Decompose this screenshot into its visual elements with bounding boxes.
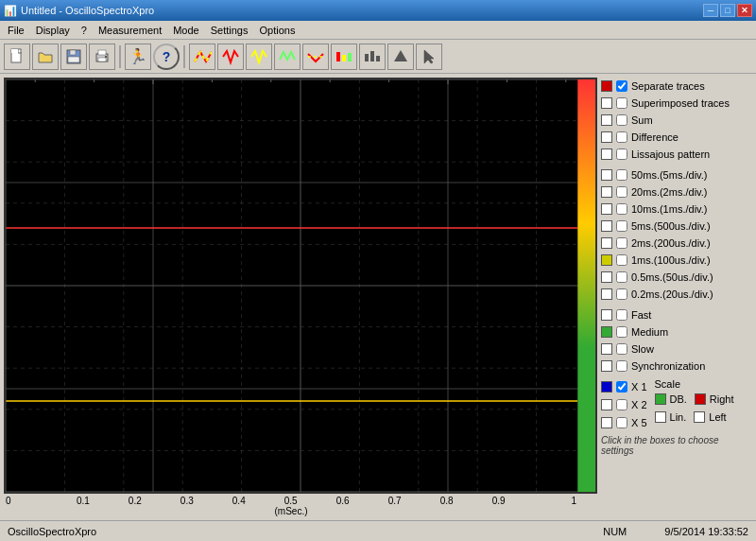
t02ms-label: 0.2ms.(20us./div.)	[631, 287, 713, 302]
toolbar-help[interactable]: ?	[153, 44, 180, 70]
toolbar-open[interactable]	[32, 44, 59, 70]
toolbar-trace5[interactable]	[302, 44, 329, 70]
scope-svg	[6, 79, 595, 492]
toolbar-bars[interactable]	[359, 44, 386, 70]
left-label: Left	[709, 410, 726, 425]
x1-option[interactable]: X 1	[601, 378, 647, 395]
t02ms-checkbox[interactable]	[616, 288, 627, 300]
medium-checkbox[interactable]	[616, 326, 627, 338]
x-label-4: 0.4	[213, 496, 265, 506]
t50ms-checkbox[interactable]	[616, 169, 627, 181]
t5ms-color	[601, 220, 612, 232]
svg-rect-15	[376, 56, 380, 61]
separate-color	[601, 80, 612, 92]
main-content: 0 0.1 0.2 0.3 0.4 0.5 0.6 0.7 0.8 0.9 1 …	[0, 74, 756, 520]
toolbar-trace4[interactable]	[274, 44, 301, 70]
x5-checkbox[interactable]	[616, 417, 627, 428]
toolbar-save[interactable]	[60, 44, 87, 70]
svg-rect-11	[342, 55, 346, 61]
menu-question[interactable]: ?	[76, 23, 93, 38]
x-label-5: 0.5	[265, 496, 317, 506]
t05ms-checkbox[interactable]	[616, 271, 627, 283]
svg-rect-6	[98, 50, 106, 55]
svg-rect-7	[98, 58, 106, 61]
x5-label: X 5	[631, 415, 647, 430]
minimize-button[interactable]: ─	[703, 4, 718, 17]
option-05ms[interactable]: 0.5ms.(50us./div.)	[601, 269, 752, 286]
toolbar-run[interactable]: 🏃	[125, 44, 151, 70]
option-separate[interactable]: Separate traces	[601, 78, 752, 95]
menu-mode[interactable]: Mode	[167, 23, 205, 38]
sum-checkbox[interactable]	[616, 114, 627, 126]
x-label-8: 0.8	[421, 496, 472, 506]
menu-file[interactable]: File	[2, 23, 30, 38]
x5-option[interactable]: X 5	[601, 414, 647, 431]
option-02ms[interactable]: 0.2ms.(20us./div.)	[601, 286, 752, 303]
toolbar-up[interactable]	[387, 44, 414, 70]
option-10ms[interactable]: 10ms.(1ms./div.)	[601, 201, 752, 218]
t1ms-checkbox[interactable]	[616, 254, 627, 266]
x-label-2: 0.2	[109, 496, 161, 506]
superimposed-label: Superimposed traces	[631, 96, 730, 111]
lissajous-checkbox[interactable]	[616, 148, 627, 160]
toolbar-sep1	[119, 45, 121, 68]
t02ms-color	[601, 288, 612, 300]
t5ms-checkbox[interactable]	[616, 220, 627, 232]
toolbar-trace6[interactable]	[331, 44, 357, 70]
lin-label: Lin.	[670, 410, 687, 425]
slow-checkbox[interactable]	[616, 343, 627, 355]
toolbar-new[interactable]	[4, 44, 30, 70]
option-fast[interactable]: Fast	[601, 306, 752, 323]
maximize-button[interactable]: □	[720, 4, 735, 17]
x1-label: X 1	[631, 379, 647, 394]
t05ms-label: 0.5ms.(50us./div.)	[631, 270, 713, 285]
x2-option[interactable]: X 2	[601, 396, 647, 413]
option-1ms[interactable]: 1ms.(100us./div.)	[601, 252, 752, 269]
option-slow[interactable]: Slow	[601, 340, 752, 358]
option-sum[interactable]: Sum	[601, 112, 752, 129]
toolbar-trace2[interactable]	[217, 44, 244, 70]
x-label-6: 0.6	[317, 496, 369, 506]
toolbar-print[interactable]	[89, 44, 115, 70]
svg-rect-12	[348, 53, 352, 61]
x-axis: 0 0.1 0.2 0.3 0.4 0.5 0.6 0.7 0.8 0.9 1	[4, 496, 597, 506]
x2-label: X 2	[631, 397, 647, 412]
scale-column: Scale DB. Right Lin. Left	[655, 378, 734, 426]
t10ms-checkbox[interactable]	[616, 203, 627, 215]
menu-settings[interactable]: Settings	[205, 23, 254, 38]
difference-checkbox[interactable]	[616, 131, 627, 143]
t2ms-checkbox[interactable]	[616, 237, 627, 249]
superimposed-checkbox[interactable]	[616, 97, 627, 109]
option-superimposed[interactable]: Superimposed traces	[601, 95, 752, 112]
option-sync[interactable]: Synchronization	[601, 358, 752, 375]
status-bar: OscilloSpectroXpro NUM 9/5/2014 19:33:52	[0, 520, 756, 541]
x-label-0: 0	[6, 496, 57, 506]
lin-option[interactable]: Lin. Left	[655, 409, 734, 426]
sync-checkbox[interactable]	[616, 360, 627, 372]
t20ms-checkbox[interactable]	[616, 186, 627, 198]
option-lissajous[interactable]: Lissajous pattern	[601, 146, 752, 163]
separate-checkbox[interactable]	[616, 80, 627, 92]
toolbar-cursor[interactable]	[416, 44, 442, 70]
svg-rect-10	[336, 52, 340, 61]
fast-checkbox[interactable]	[616, 309, 627, 321]
option-50ms[interactable]: 50ms.(5ms./div.)	[601, 166, 752, 183]
scope-display[interactable]	[4, 78, 597, 494]
t20ms-label: 20ms.(2ms./div.)	[631, 184, 707, 200]
option-20ms[interactable]: 20ms.(2ms./div.)	[601, 183, 752, 201]
menu-measurement[interactable]: Measurement	[93, 23, 167, 38]
option-difference[interactable]: Difference	[601, 129, 752, 146]
toolbar-trace1[interactable]	[189, 44, 215, 70]
toolbar-trace3[interactable]	[246, 44, 272, 70]
x1-checkbox[interactable]	[616, 381, 627, 393]
option-2ms[interactable]: 2ms.(200us./div.)	[601, 235, 752, 252]
option-5ms[interactable]: 5ms.(500us./div.)	[601, 218, 752, 235]
menu-options[interactable]: Options	[253, 23, 301, 38]
option-medium[interactable]: Medium	[601, 323, 752, 340]
x5-color	[601, 417, 612, 428]
menu-display[interactable]: Display	[30, 23, 76, 38]
svg-rect-53	[577, 79, 595, 492]
db-option[interactable]: DB. Right	[655, 391, 734, 408]
close-button[interactable]: ✕	[737, 4, 752, 17]
x2-checkbox[interactable]	[616, 399, 627, 410]
